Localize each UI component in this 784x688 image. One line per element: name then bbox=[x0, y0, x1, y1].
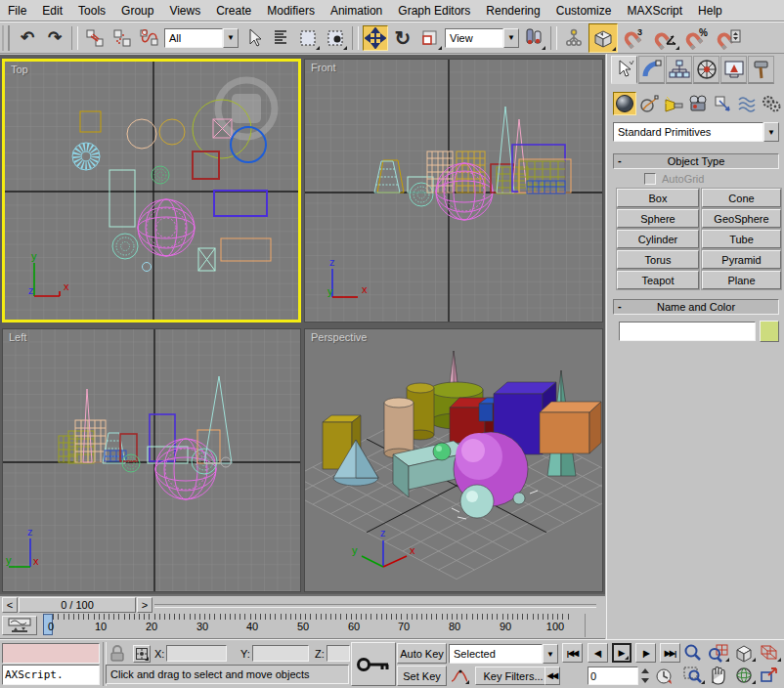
key-mode-toggle-icon[interactable]: ◀◀ bbox=[544, 666, 560, 685]
snap-3d-icon[interactable]: 3 bbox=[620, 25, 649, 51]
go-to-end-button[interactable]: ▶▶| bbox=[660, 643, 680, 663]
spinner-snap-icon[interactable] bbox=[714, 25, 743, 51]
toolbar-grip[interactable] bbox=[2, 25, 10, 51]
menu-create[interactable]: Create bbox=[208, 2, 259, 20]
button-sphere[interactable]: Sphere bbox=[617, 209, 699, 228]
tab-create[interactable] bbox=[611, 56, 637, 84]
key-filters-button[interactable]: Key Filters... bbox=[475, 666, 551, 685]
object-name-input[interactable] bbox=[619, 322, 756, 341]
selection-set-dropdown[interactable]: Selected ▼ bbox=[449, 644, 558, 664]
object-color-swatch[interactable] bbox=[760, 321, 779, 342]
default-in-out-tangents-icon[interactable] bbox=[449, 666, 470, 685]
snaps-toggle-icon[interactable] bbox=[588, 23, 618, 53]
button-tube[interactable]: Tube bbox=[702, 230, 781, 248]
button-teapot[interactable]: Teapot bbox=[617, 271, 699, 289]
select-and-scale-icon[interactable] bbox=[417, 25, 443, 51]
button-box[interactable]: Box bbox=[617, 189, 699, 207]
current-frame-input[interactable] bbox=[588, 666, 638, 685]
absolute-offset-toggle-icon[interactable] bbox=[133, 645, 151, 663]
zoom-region-icon[interactable] bbox=[682, 666, 706, 685]
viewport-label[interactable]: Top bbox=[11, 64, 28, 75]
viewport-front[interactable]: z y x Front bbox=[304, 59, 603, 322]
helpers-icon[interactable] bbox=[711, 92, 734, 115]
min-max-toggle-icon[interactable] bbox=[759, 666, 780, 687]
time-slider-handle[interactable]: 0 / 100 bbox=[19, 597, 136, 613]
tab-utilities[interactable] bbox=[748, 56, 774, 84]
dropdown-arrow-icon[interactable]: ▼ bbox=[763, 122, 779, 142]
menu-animation[interactable]: Animation bbox=[323, 2, 390, 20]
viewport-perspective[interactable]: z y x Perspective bbox=[304, 328, 603, 592]
small-cyan-sphere[interactable] bbox=[513, 493, 525, 504]
menu-file[interactable]: File bbox=[0, 2, 34, 20]
menu-modifiers[interactable]: Modifiers bbox=[259, 2, 323, 20]
button-pyramid[interactable]: Pyramid bbox=[702, 250, 781, 269]
cyan-sphere[interactable] bbox=[460, 485, 494, 518]
button-cylinder[interactable]: Cylinder bbox=[617, 230, 699, 248]
button-torus[interactable]: Torus bbox=[617, 250, 699, 269]
next-frame-button[interactable]: |▶ bbox=[635, 643, 656, 663]
auto-key-button[interactable]: Auto Key bbox=[397, 643, 447, 664]
redo-icon[interactable]: ↷ bbox=[42, 25, 67, 51]
collapse-icon[interactable]: - bbox=[618, 300, 622, 312]
selection-filter-dropdown[interactable]: All ▼ bbox=[164, 28, 239, 48]
unlink-selection-icon[interactable] bbox=[109, 25, 135, 51]
undo-icon[interactable]: ↶ bbox=[15, 25, 40, 51]
next-frame-arrow[interactable]: > bbox=[137, 597, 152, 613]
viewport-left[interactable]: z y x Left bbox=[2, 328, 301, 592]
percent-snap-icon[interactable]: % bbox=[682, 25, 712, 51]
reference-coordinate-system-dropdown[interactable]: View ▼ bbox=[445, 28, 519, 48]
select-by-name-icon[interactable] bbox=[268, 25, 293, 51]
menu-customize[interactable]: Customize bbox=[548, 2, 620, 20]
menu-rendering[interactable]: Rendering bbox=[478, 2, 547, 20]
menu-views[interactable]: Views bbox=[161, 2, 208, 20]
z-coordinate-input[interactable] bbox=[327, 645, 350, 662]
dropdown-arrow-icon[interactable]: ▼ bbox=[223, 28, 239, 48]
time-slider-track[interactable] bbox=[154, 604, 596, 608]
frame-spinner[interactable] bbox=[640, 666, 650, 685]
arc-rotate-icon[interactable] bbox=[733, 666, 757, 685]
systems-icon[interactable] bbox=[760, 92, 783, 115]
viewport-label[interactable]: Left bbox=[9, 331, 26, 343]
viewport-label[interactable]: Front bbox=[311, 62, 336, 73]
time-configuration-icon[interactable] bbox=[655, 667, 673, 687]
open-mini-curve-editor-icon[interactable] bbox=[2, 616, 37, 635]
orange-box[interactable] bbox=[540, 402, 601, 453]
x-coordinate-input[interactable] bbox=[166, 645, 227, 662]
bind-to-space-warp-icon[interactable] bbox=[137, 25, 162, 51]
menu-group[interactable]: Group bbox=[113, 2, 161, 20]
menu-help[interactable]: Help bbox=[690, 2, 730, 20]
previous-frame-button[interactable]: ◀| bbox=[588, 643, 608, 663]
track-bar-ruler[interactable]: 0 10 20 30 40 50 60 70 80 90 100 bbox=[41, 614, 586, 637]
geometry-icon[interactable] bbox=[613, 92, 636, 115]
tab-motion[interactable] bbox=[693, 56, 719, 84]
go-to-start-button[interactable]: |◀◀ bbox=[562, 643, 583, 663]
zoom-extents-all-icon[interactable] bbox=[759, 643, 782, 663]
rollout-object-type[interactable]: - Object Type bbox=[613, 153, 779, 169]
select-object-icon[interactable] bbox=[240, 25, 266, 51]
button-cone[interactable]: Cone bbox=[702, 189, 781, 207]
viewport-label[interactable]: Perspective bbox=[311, 331, 367, 343]
rollout-name-and-color[interactable]: - Name and Color bbox=[613, 299, 779, 315]
viewport-top[interactable]: y z x Top bbox=[2, 59, 301, 322]
angle-snap-icon[interactable] bbox=[651, 25, 680, 51]
button-geosphere[interactable]: GeoSphere bbox=[702, 209, 781, 228]
button-plane[interactable]: Plane bbox=[702, 271, 781, 289]
play-button[interactable]: ▶ bbox=[612, 643, 632, 663]
maxscript-listener-input[interactable]: AXScript. bbox=[2, 665, 100, 685]
tab-modify[interactable] bbox=[638, 56, 665, 84]
select-and-rotate-icon[interactable]: ↻ bbox=[390, 25, 415, 51]
zoom-icon[interactable] bbox=[682, 643, 704, 665]
tab-hierarchy[interactable] bbox=[666, 56, 692, 84]
tan-cylinder[interactable] bbox=[384, 398, 414, 458]
tab-display[interactable] bbox=[720, 56, 747, 84]
menu-maxscript[interactable]: MAXScript bbox=[619, 2, 690, 20]
selection-lock-icon[interactable] bbox=[109, 645, 125, 665]
menu-tools[interactable]: Tools bbox=[70, 2, 113, 20]
menu-edit[interactable]: Edit bbox=[34, 2, 70, 20]
y-coordinate-input[interactable] bbox=[252, 645, 309, 662]
set-key-button[interactable]: Set Key bbox=[397, 666, 447, 686]
cameras-icon[interactable] bbox=[686, 92, 710, 115]
select-and-move-icon[interactable] bbox=[363, 25, 388, 51]
zoom-extents-icon[interactable] bbox=[733, 643, 757, 663]
shapes-icon[interactable] bbox=[637, 92, 661, 115]
